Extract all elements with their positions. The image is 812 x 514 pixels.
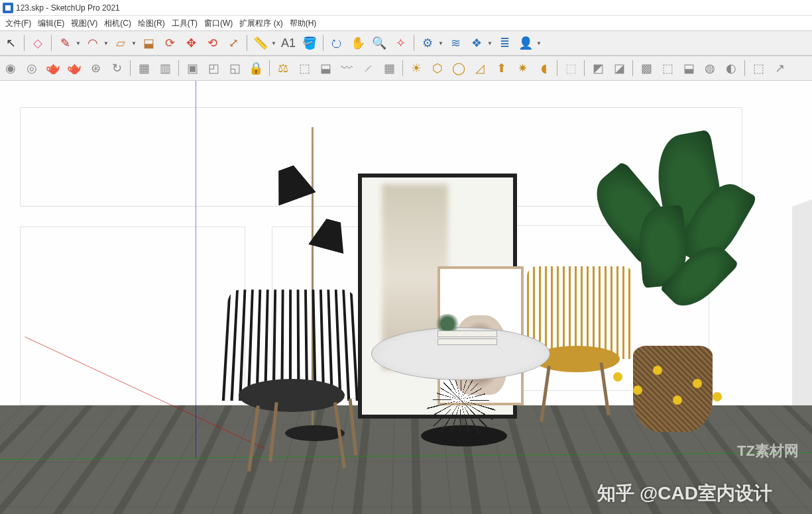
- menu-camera[interactable]: 相机(C): [101, 17, 134, 30]
- render-3[interactable]: ⬓: [679, 59, 698, 77]
- window-title: 123.skp - SketchUp Pro 2021: [16, 3, 120, 13]
- enscape-1[interactable]: ≋: [446, 34, 465, 52]
- arc-tool[interactable]: ◠: [84, 34, 102, 52]
- extra-1-icon: ⬚: [753, 62, 764, 74]
- offset-tool[interactable]: ⟳: [160, 34, 179, 52]
- svg-rect-1: [5, 5, 11, 11]
- section-1-icon: ▦: [139, 62, 150, 74]
- teapot-3-icon: ⊛: [91, 62, 101, 74]
- vray-render[interactable]: ◉: [1, 59, 20, 77]
- scene-chair-black: [219, 286, 371, 465]
- fredo-3[interactable]: ⬓: [316, 59, 335, 77]
- render-1[interactable]: ▩: [637, 59, 656, 77]
- extra-1[interactable]: ⬚: [749, 59, 768, 77]
- cube-wire[interactable]: ⬚: [561, 59, 580, 77]
- frame-3[interactable]: ◱: [225, 59, 244, 77]
- enscape-2[interactable]: ❖: [467, 34, 486, 52]
- title-bar: 123.skp - SketchUp Pro 2021: [0, 0, 812, 16]
- teapot-4[interactable]: ↻: [107, 59, 126, 77]
- menu-window[interactable]: 窗口(W): [202, 17, 235, 30]
- fredo-1[interactable]: ⚖: [274, 59, 292, 77]
- toolbar-separator: [24, 35, 25, 51]
- menu-help[interactable]: 帮助(H): [287, 17, 319, 30]
- orbit-tool[interactable]: ⭮: [327, 34, 346, 52]
- toolbar-separator: [323, 35, 323, 51]
- tape-tool-dropdown[interactable]: ▼: [271, 40, 276, 46]
- sun-2[interactable]: ⬡: [428, 59, 447, 77]
- sun-1[interactable]: ☀: [407, 59, 426, 77]
- render-2[interactable]: ⬚: [658, 59, 677, 77]
- section-1[interactable]: ▦: [135, 59, 153, 77]
- fredo-4[interactable]: 〰: [337, 59, 356, 77]
- scale-tool[interactable]: ⤢: [224, 34, 243, 52]
- move-tool[interactable]: ✥: [182, 34, 200, 52]
- sun-7[interactable]: ◖: [534, 59, 553, 77]
- rectangle-tool-dropdown[interactable]: ▼: [131, 40, 137, 46]
- sun-1-icon: ☀: [411, 62, 422, 74]
- fredo-4-icon: 〰: [341, 62, 353, 74]
- toolbar-row-1: ↖◇✎▼◠▼▱▼⬓⟳✥⟲⤢📏▼A1🪣⭮✋🔍✧⚙▼≋❖▼≣👤▼: [0, 30, 812, 56]
- menu-draw[interactable]: 绘图(R): [135, 17, 168, 30]
- rectangle-tool[interactable]: ▱: [111, 34, 130, 52]
- frame-lock[interactable]: 🔒: [247, 59, 265, 77]
- warehouse-tool[interactable]: ⚙: [418, 34, 437, 52]
- enscape-3[interactable]: ≣: [495, 34, 514, 52]
- enscape-2-dropdown[interactable]: ▼: [487, 40, 493, 46]
- style-2[interactable]: ◪: [610, 59, 628, 77]
- enscape-3-icon: ≣: [500, 37, 510, 49]
- sun-7-icon: ◖: [541, 62, 547, 74]
- frame-2[interactable]: ◰: [204, 59, 223, 77]
- select-tool[interactable]: ↖: [1, 34, 20, 52]
- teapot-2[interactable]: 🫖: [65, 59, 84, 77]
- toolbar-separator: [402, 60, 403, 76]
- tape-tool[interactable]: 📏: [251, 34, 270, 52]
- arc-tool-icon: ◠: [87, 37, 98, 49]
- user-tool-dropdown[interactable]: ▼: [536, 40, 542, 46]
- pushpull-tool[interactable]: ⬓: [139, 34, 158, 52]
- frame-2-icon: ◰: [208, 62, 219, 74]
- sun-6-icon: ✷: [518, 62, 528, 74]
- menu-file[interactable]: 文件(F): [3, 17, 34, 30]
- menu-edit[interactable]: 编辑(E): [35, 17, 67, 30]
- plant-flowers: [613, 359, 726, 412]
- user-tool[interactable]: 👤: [516, 34, 535, 52]
- teapot-3[interactable]: ⊛: [86, 59, 105, 77]
- sun-6[interactable]: ✷: [513, 59, 532, 77]
- render-4[interactable]: ◍: [701, 59, 719, 77]
- sun-4[interactable]: ◿: [471, 59, 489, 77]
- warehouse-tool-dropdown[interactable]: ▼: [438, 40, 443, 46]
- teapot-1[interactable]: 🫖: [44, 59, 62, 77]
- zoom-tool[interactable]: 🔍: [370, 34, 388, 52]
- section-2[interactable]: ▥: [156, 59, 174, 77]
- frame-1[interactable]: ▣: [183, 59, 202, 77]
- sun-5[interactable]: ⬆: [492, 59, 510, 77]
- fredo-6[interactable]: ▦: [380, 59, 398, 77]
- axis-blue: [196, 81, 196, 458]
- toolbar-separator: [414, 35, 414, 51]
- zoom-extents-tool[interactable]: ✧: [391, 34, 410, 52]
- paint-tool[interactable]: 🪣: [300, 34, 319, 52]
- book: [437, 331, 497, 337]
- vray-interactive[interactable]: ◎: [23, 59, 41, 77]
- zoom-tool-icon: 🔍: [372, 37, 386, 49]
- line-tool[interactable]: ✎: [56, 34, 74, 52]
- extra-2[interactable]: ↗: [770, 59, 789, 77]
- enscape-1-icon: ≋: [451, 37, 461, 49]
- menu-extensions[interactable]: 扩展程序 (x): [237, 17, 285, 30]
- pan-tool[interactable]: ✋: [349, 34, 367, 52]
- line-tool-dropdown[interactable]: ▼: [76, 40, 81, 46]
- menu-view[interactable]: 视图(V): [68, 17, 100, 30]
- chair-leg: [333, 402, 346, 468]
- menu-tools[interactable]: 工具(T): [169, 17, 200, 30]
- render-5[interactable]: ◐: [722, 59, 740, 77]
- arc-tool-dropdown[interactable]: ▼: [103, 40, 109, 46]
- sun-3[interactable]: ◯: [449, 59, 468, 77]
- rotate-tool[interactable]: ⟲: [203, 34, 221, 52]
- fredo-2[interactable]: ⬚: [295, 59, 314, 77]
- eraser-tool[interactable]: ◇: [29, 34, 47, 52]
- text-tool[interactable]: A1: [279, 34, 298, 52]
- style-1[interactable]: ◩: [589, 59, 607, 77]
- model-viewport[interactable]: TZ素材网 知乎 @CAD室内设计: [0, 81, 812, 514]
- watermark-zhihu: 知乎 @CAD室内设计: [597, 481, 772, 506]
- fredo-5[interactable]: ⟋: [359, 59, 377, 77]
